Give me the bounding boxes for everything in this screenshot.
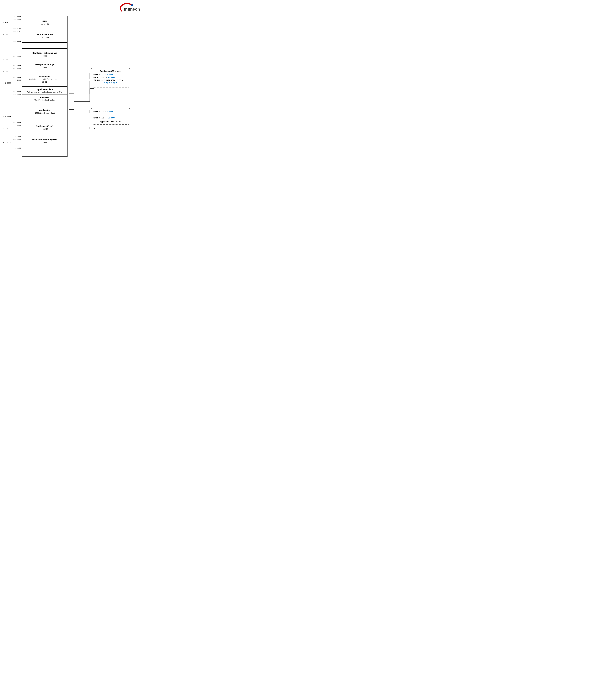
addr-bls-plus: + 1000 — [3, 58, 9, 60]
ses-bootloader-box: Bootloader SES project FLASH_SIZE = E 00… — [91, 68, 130, 88]
addr-bls-bottom: 0007 F000 — [13, 65, 21, 67]
flash-size-value-bl: E 0000 — [107, 74, 113, 76]
flash-size-label-app: FLASH_SIZE = — [93, 111, 106, 113]
flash-start-label-bl: FLASH_START = — [93, 76, 107, 78]
softdevice-block: SoftDevice (S132) 148 KiB — [22, 120, 67, 135]
bootloader-desc: Nordic bootloader with Trust X integrati… — [29, 78, 61, 80]
gap-block — [22, 43, 67, 48]
bootloader-settings-block: Bootloader settings page 4 KiB — [22, 48, 67, 60]
addr-ram-bottom: 2000 57B8 — [13, 28, 21, 29]
mbr-size: 4 KiB — [43, 142, 47, 144]
addr-sd-plus: + 2 5000 — [3, 128, 11, 130]
svg-point-0 — [131, 4, 133, 6]
free-area-title: Free area — [40, 96, 49, 99]
mbr-param-block: MBR param storage 4 KiB — [22, 60, 67, 72]
memory-map: RAM ca. 42 KiB SoftDevice RAM ca. 22 KiB… — [22, 16, 68, 157]
addr-app-plus: + 4 A000 — [3, 116, 11, 118]
app-data-title: Application data — [37, 88, 53, 91]
addr-sd-top: 0002 5FFF — [13, 125, 21, 127]
addr-ram-plus: + A848 — [3, 21, 9, 23]
addr-sd-bottom: 0000 1000 — [13, 136, 21, 138]
addr-mbr2-top: 0000 FFFF — [13, 139, 21, 141]
flash-start-label-app: FLASH_START = — [93, 117, 107, 119]
addr-mbr-bottom: 0007 E000 — [13, 76, 21, 78]
bootloader-settings-size: 4 KiB — [43, 55, 47, 57]
flash-size-label-bl: FLASH_SIZE = — [93, 74, 106, 76]
svg-text:infineon: infineon — [124, 7, 140, 11]
mbr-block: Master boot record (MBR) 4 KiB — [22, 135, 67, 147]
addr-mbr2-plus: + 1 0000 — [3, 142, 11, 143]
ses-application-box: FLASH_SIZE = 4 A000 FLASH_START = 26 000… — [91, 108, 130, 125]
addr-mbr-top: 0007 EFFF — [13, 68, 21, 70]
ram-block: RAM ca. 42 KiB — [22, 16, 67, 29]
mbr-param-title: MBR param storage — [35, 64, 54, 66]
application-size: 296 KiB (incl. free + data) — [35, 112, 55, 114]
application-block: Application 296 KiB (incl. free + data) — [22, 103, 67, 120]
svg-marker-21 — [94, 128, 96, 129]
bootloader-size: 56 KiB — [42, 81, 47, 83]
addr-appdata-top: 0006 FFFF — [13, 93, 21, 95]
flash-start-value-app: 26 0000 — [108, 117, 116, 119]
addr-bl-bottom: 0007 0000 — [13, 91, 21, 92]
application-title: Application — [39, 109, 50, 111]
bootloader-block: Bootloader Nordic bootloader with Trust … — [22, 72, 67, 86]
app-data-block: Application data Will not be erased by b… — [22, 86, 67, 95]
addr-sdram-top: 2000 57B7 — [13, 30, 21, 32]
softdevice-ram-block: SoftDevice RAM ca. 22 KiB — [22, 29, 67, 43]
addr-bl-top: 0007 DFFF — [13, 79, 21, 81]
addr-ram-2001-0000: 2001 0000 — [13, 16, 21, 18]
softdevice-ram-title: SoftDevice RAM — [37, 33, 53, 36]
ram-title: RAM — [43, 20, 47, 22]
addr-sdram-bottom: 2000 0000 — [13, 41, 21, 43]
softdevice-title: SoftDevice (S132) — [36, 125, 53, 127]
addr-bls-top: 0007 FFFF — [13, 55, 21, 57]
addr-bl-plus: + 0 E000 — [3, 82, 11, 84]
ses-bootloader-title: Bootloader SES project — [93, 70, 128, 72]
nrf-value: ???? ???? — [104, 82, 117, 84]
flash-start-value-bl: 70 0000 — [108, 76, 116, 78]
addr-app-bottom: 0002 6000 — [13, 122, 21, 124]
free-area-desc: Used for dual bank update — [34, 99, 55, 101]
app-data-desc: Will not be erased by bootloader during … — [27, 91, 62, 93]
ram-size: ca. 42 KiB — [41, 23, 49, 25]
addr-mbr2-bottom: 0000 0000 — [13, 147, 21, 149]
bootloader-settings-title: Bootloader settings page — [32, 52, 57, 54]
addr-sdram-plus: + 57B8 — [3, 33, 9, 35]
ses-application-title: Application SES project — [93, 120, 128, 123]
flash-size-value-app: 4 A000 — [107, 111, 113, 113]
infineon-logo: infineon — [117, 3, 147, 14]
mbr-title: Master boot record (MBR) — [32, 139, 57, 141]
addr-mbr-plus: + 1000 — [3, 71, 9, 72]
mbr-param-size: 4 KiB — [43, 67, 47, 69]
free-area-block: Free area Used for dual bank update — [22, 95, 67, 103]
softdevice-ram-size: ca. 22 KiB — [41, 36, 49, 39]
softdevice-size: 148 KiB — [42, 128, 48, 130]
bootloader-title: Bootloader — [39, 75, 50, 78]
addr-ram-2000ffff: 2000 FFFF — [13, 19, 21, 21]
nrf-label: NRF_DFU_APP_DATA_AREA_SIZE = — [93, 79, 128, 81]
address-labels: 2001 0000 2000 FFFF + A848 2000 57B8 200… — [3, 16, 22, 157]
